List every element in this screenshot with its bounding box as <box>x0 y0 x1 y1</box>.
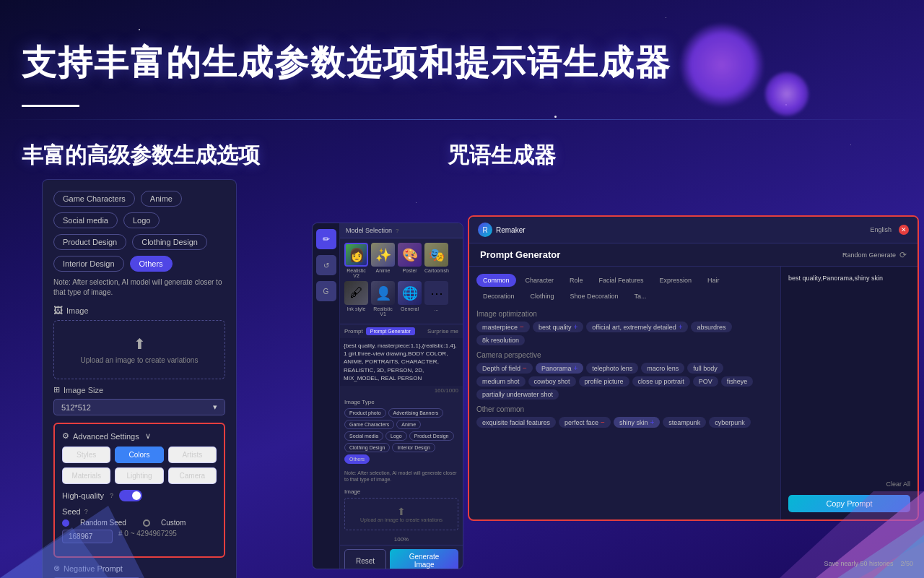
model-realistic-v1[interactable]: 👤 Realistic V1 <box>371 281 395 316</box>
tab-facial[interactable]: Facial Features <box>593 274 650 287</box>
save-histories-bar: Save nearly 50 histories 2/50 <box>824 560 913 567</box>
colors-button[interactable]: Colors <box>115 447 163 463</box>
type-product-design[interactable]: Product Design <box>409 431 454 441</box>
model-selection-header: Model Selection ? <box>340 223 463 238</box>
tag-panorama[interactable]: Panorama + <box>536 363 583 374</box>
tag-best-quality[interactable]: best quality + <box>533 322 583 332</box>
tab-more[interactable]: Ta... <box>628 290 653 303</box>
models-row-1: 👩 Realistic V2 ✨ Anime 🎨 Poster 🎭 Cartoo… <box>344 243 458 278</box>
tag-full-body[interactable]: full body <box>687 363 723 374</box>
prompt-output-text: best quality,Panorama,shiny skin <box>788 274 910 283</box>
upload-icon: ⬆ <box>69 335 210 353</box>
tag-pov[interactable]: POV <box>693 376 718 387</box>
model-poster-img: 🎨 <box>398 243 422 267</box>
image-type-tags: Product photo Advertising Banners Game C… <box>344 408 458 464</box>
prompt-panel-body: Common Character Role Facial Features Ex… <box>469 267 918 519</box>
models-row-2: 🖋 Ink style 👤 Realistic V1 🌐 General ⋯ .… <box>344 281 458 316</box>
chatgpt-sidebar-icon[interactable]: G <box>316 281 336 301</box>
image-type-row-3: Product Design Clothing Design <box>53 234 225 250</box>
remaker-icon: R <box>478 223 492 237</box>
tag-macro[interactable]: macro lens <box>641 363 684 374</box>
tag-masterpiece[interactable]: masterpiece − <box>476 322 530 332</box>
model-ink[interactable]: 🖋 Ink style <box>344 281 368 316</box>
image-size-select[interactable]: 512*512 ▾ <box>53 399 225 415</box>
type-anime[interactable]: Anime <box>396 420 421 429</box>
type-clothing[interactable]: Clothing Design <box>344 443 390 452</box>
styles-button[interactable]: Styles <box>62 447 110 463</box>
tab-character[interactable]: Character <box>519 274 561 287</box>
title-separator <box>22 105 79 107</box>
tag-anime[interactable]: Anime <box>141 191 182 207</box>
model-anime-name: Anime <box>371 268 395 273</box>
type-game-chars[interactable]: Game Characters <box>344 420 394 429</box>
prompt-panel-left: Common Character Role Facial Features Ex… <box>469 267 780 519</box>
type-advertising[interactable]: Advertising Banners <box>388 408 444 418</box>
tag-game-characters[interactable]: Game Characters <box>53 191 135 207</box>
minus-icon: − <box>520 323 524 331</box>
type-logo[interactable]: Logo <box>385 431 407 441</box>
tag-official-art[interactable]: official art, extremely detailed + <box>586 322 688 332</box>
type-others[interactable]: Others <box>344 454 370 464</box>
tab-hair[interactable]: Hair <box>701 274 726 287</box>
camera-button[interactable]: Camera <box>168 467 217 484</box>
tag-cowboy[interactable]: cowboy shot <box>528 376 576 387</box>
model-realistic-v2[interactable]: 👩 Realistic V2 <box>344 243 368 278</box>
tag-perfect-face[interactable]: perfect face − <box>559 417 611 428</box>
image-section-label: 🖼 Image <box>53 305 225 316</box>
image-type-row-2: Social media Logo <box>53 212 225 228</box>
tag-interior-design[interactable]: Interior Design <box>53 256 124 272</box>
tag-others[interactable]: Others <box>130 256 173 272</box>
tag-8k[interactable]: 8k resolution <box>476 335 525 345</box>
adv-settings-label: Advanced Settings <box>73 432 139 441</box>
image-size-icon: ⊞ <box>53 385 60 394</box>
tag-product-design[interactable]: Product Design <box>53 234 126 250</box>
image-type-row-1: Game Characters Anime <box>53 191 225 207</box>
lighting-button[interactable]: Lighting <box>115 467 163 484</box>
tab-role[interactable]: Role <box>563 274 590 287</box>
close-button[interactable]: ✕ <box>899 225 909 235</box>
model-cartoonish[interactable]: 🎭 Cartoonish <box>424 243 448 278</box>
tag-absurdres[interactable]: absurdres <box>691 322 731 332</box>
model-poster[interactable]: 🎨 Poster <box>398 243 422 278</box>
clear-all-button[interactable]: Clear All <box>788 480 910 488</box>
edit-sidebar-icon[interactable]: ✏ <box>316 229 336 249</box>
image-upload-box[interactable]: ⬆ Upload an image to create variations <box>53 320 225 379</box>
refresh-icon[interactable]: ⟳ <box>899 250 907 260</box>
tab-shoe-decoration[interactable]: Shoe Decoration <box>564 290 625 303</box>
tab-expression[interactable]: Expression <box>653 274 699 287</box>
tag-exquisite[interactable]: exquisite facial features <box>476 417 556 428</box>
model-anime[interactable]: ✨ Anime <box>371 243 395 278</box>
tag-underwater[interactable]: partially underwater shot <box>476 389 559 400</box>
model-anime-img: ✨ <box>371 243 395 267</box>
tag-social-media[interactable]: Social media <box>53 212 118 228</box>
random-generate-row: Random Generate ⟳ <box>842 250 907 260</box>
type-interior[interactable]: Interior Design <box>392 443 435 452</box>
tab-clothing[interactable]: Clothing <box>524 290 561 303</box>
tag-cyberpunk[interactable]: cyberpunk <box>709 417 751 428</box>
prompt-generator-button[interactable]: Prompt Generator <box>366 327 415 335</box>
model-more[interactable]: ⋯ ... <box>424 281 448 316</box>
model-grid: 👩 Realistic V2 ✨ Anime 🎨 Poster 🎭 Cartoo… <box>340 238 463 324</box>
tag-fisheye[interactable]: fisheye <box>721 376 754 387</box>
tag-logo[interactable]: Logo <box>123 212 160 228</box>
tab-common[interactable]: Common <box>476 274 516 287</box>
plus-icon: + <box>679 323 683 331</box>
tag-telephoto[interactable]: telephoto lens <box>586 363 638 374</box>
tab-decoration[interactable]: Decoration <box>476 290 521 303</box>
type-product-photo[interactable]: Product photo <box>344 408 386 418</box>
tag-medium-shot[interactable]: medium shot <box>476 376 526 387</box>
prompt-text-area[interactable]: {best quality, masterpiece:1.1},{realist… <box>340 338 463 386</box>
materials-button[interactable]: Materials <box>62 467 110 484</box>
surprise-me-button[interactable]: Surprise me <box>427 328 458 335</box>
model-ink-name: Ink style <box>344 306 368 311</box>
tag-steampunk[interactable]: steampunk <box>663 417 706 428</box>
model-general[interactable]: 🌐 General <box>398 281 422 316</box>
redraw-sidebar-icon[interactable]: ↺ <box>316 255 336 275</box>
type-social[interactable]: Social media <box>344 431 383 441</box>
tag-closeup[interactable]: close up portrait <box>632 376 690 387</box>
tag-dof[interactable]: Depth of field − <box>476 363 533 374</box>
tag-profile[interactable]: profile picture <box>579 376 629 387</box>
tag-clothing-design[interactable]: Clothing Design <box>132 234 207 250</box>
tag-shiny-skin[interactable]: shiny skin + <box>614 417 660 428</box>
artists-button[interactable]: Artists <box>168 447 217 463</box>
